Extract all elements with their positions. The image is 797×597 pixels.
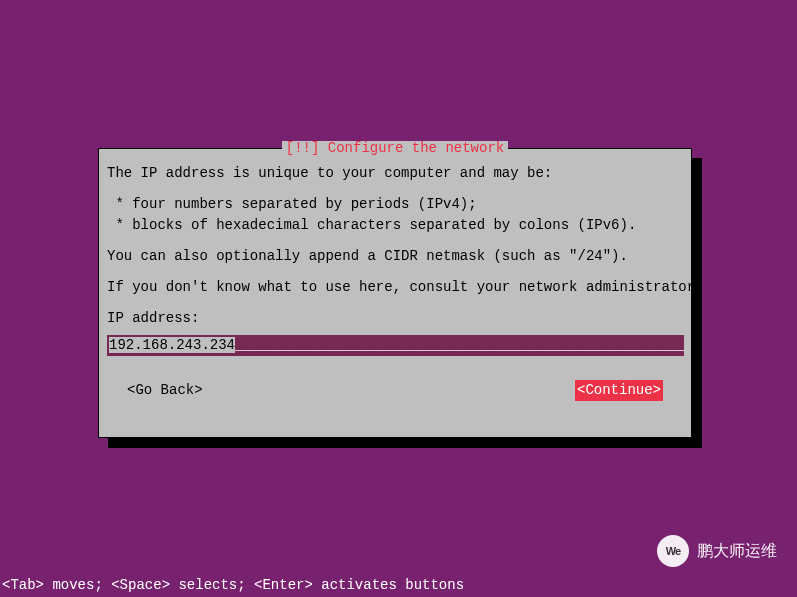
dialog-title: [!!] Configure the network <box>282 141 508 155</box>
cidr-text: You can also optionally append a CIDR ne… <box>107 246 683 267</box>
watermark: We 鹏大师运维 <box>657 535 777 567</box>
continue-button[interactable]: <Continue> <box>575 380 663 401</box>
intro-text: The IP address is unique to your compute… <box>107 163 683 184</box>
ip-address-input[interactable]: 192.168.243.234_________________________… <box>107 335 684 356</box>
dialog-title-row: [!!] Configure the network <box>99 148 691 162</box>
input-fill: ________________________________________… <box>235 337 684 353</box>
consult-text: If you don't know what to use here, cons… <box>107 277 683 298</box>
dialog-content: The IP address is unique to your compute… <box>99 149 691 409</box>
ip-address-label: IP address: <box>107 308 683 329</box>
watermark-text: 鹏大师运维 <box>697 541 777 562</box>
wechat-icon-label: We <box>666 545 680 557</box>
help-bar: <Tab> moves; <Space> selects; <Enter> ac… <box>2 577 464 593</box>
ip-address-value: 192.168.243.234 <box>109 337 235 353</box>
go-back-button[interactable]: <Go Back> <box>127 380 203 401</box>
button-row: <Go Back> <Continue> <box>107 380 683 401</box>
wechat-icon: We <box>657 535 689 567</box>
configure-network-dialog: [!!] Configure the network The IP addres… <box>98 148 692 438</box>
bullet-ipv4: * four numbers separated by periods (IPv… <box>107 194 683 215</box>
bullet-ipv6: * blocks of hexadecimal characters separ… <box>107 215 683 236</box>
